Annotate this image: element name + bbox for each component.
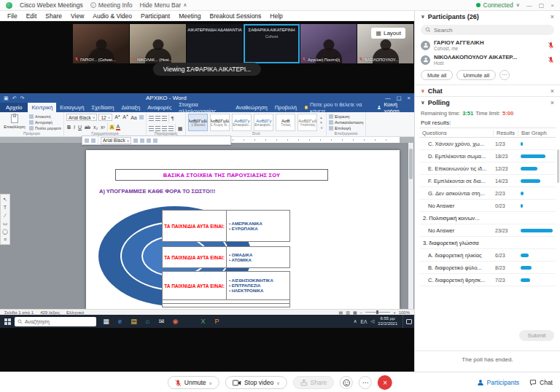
result-bar <box>521 204 523 208</box>
participants-panel-header[interactable]: ∨ Participants (26) × <box>415 11 560 23</box>
menu-participant[interactable]: Participant <box>141 12 170 20</box>
meeting-info-button[interactable]: iMeeting Info <box>90 1 133 9</box>
style-title: ΑαΒΤίτλος <box>276 114 295 131</box>
avatar <box>421 41 430 50</box>
chrome-icon: ◉ <box>168 315 182 328</box>
more-options-button[interactable]: ··· <box>499 70 510 80</box>
subscript-icon: x₂ <box>93 125 98 130</box>
video-tile[interactable]: ΓΑΡΙΟΥ... (Cohost... <box>73 24 129 63</box>
shared-screen-stage[interactable]: ΓΑΡΙΟΥ... (Cohost... ΝΙΚΟΛΑΚ... (Host...… <box>0 21 414 372</box>
participants-panel-title: Participants (26) <box>428 13 479 20</box>
menu-meeting[interactable]: Meeting <box>179 12 201 20</box>
document-area: ΒΑΣΙΚΑ ΣΤΟΙΧΕΙΑ ΤΗΣ ΠΑΡΟΥΣΙΑΣΗΣ ΣΟΥ Α) Υ… <box>0 143 414 309</box>
share-screen-icon <box>300 379 308 386</box>
word-ribbon-tabs: Αρχείο Κεντρική Εισαγωγή Σχεδίαση Διάταξ… <box>0 103 414 112</box>
mic-muted-icon[interactable] <box>548 53 554 66</box>
participant-row[interactable]: ΓΑΡΙΟΥ ΑΓΓΕΛΙΚΗ Cohost, me <box>415 38 560 52</box>
menu-edit[interactable]: Edit <box>26 12 37 20</box>
font-color-icon: A <box>116 124 121 130</box>
bullets-icon <box>149 116 154 121</box>
connection-status[interactable]: Connected∨ <box>476 1 520 9</box>
participants-toggle-button[interactable]: Participants <box>477 379 519 386</box>
video-tile[interactable]: ΝΙΚΟΛΑΚ... (Host... <box>130 24 186 63</box>
chat-panel-header[interactable]: ∨ Chat × <box>415 85 560 96</box>
menu-file[interactable]: File <box>7 12 18 20</box>
leave-meeting-button[interactable]: × <box>378 375 392 390</box>
poll-row: B. διαφορετικό φύλο...8/23 <box>419 262 556 274</box>
tell-me-box: Πείτε μου τι θέλετε να κάνετε... <box>305 103 373 112</box>
mic-muted-icon[interactable] <box>548 39 554 52</box>
justify-icon <box>168 126 174 131</box>
edge-icon: e <box>113 315 127 328</box>
menu-breakout-sessions[interactable]: Breakout Sessions <box>209 12 261 20</box>
tab-references: Αναφορές <box>144 103 175 112</box>
align-right-icon <box>162 126 167 131</box>
result-bar <box>521 229 553 232</box>
font-size-select: 12∨ <box>98 114 112 121</box>
video-tile-active-speaker[interactable]: ΣΑΦΑΡΙΚΑ ΑΙΚΑΤΕΡΙΝΗ Cohost <box>244 24 300 63</box>
word-count: 429 λέξεις <box>40 310 60 315</box>
participant-row[interactable]: ΝΙΚΟΛΑΚΟΠΟΥΛΟΥ ΑΙΚΑΤΕΡ... Host <box>415 52 560 67</box>
mini-tool-icon <box>133 138 138 143</box>
stop-video-button[interactable]: Stop video∨ <box>225 376 287 389</box>
sidebar-panels: ∨ Participants (26) × ΓΑΡΙΟΥ ΑΓΓΕΛΙΚΗ Co… <box>414 11 560 372</box>
underline-icon: U <box>77 125 82 130</box>
close-polling-icon[interactable]: × <box>551 99 554 106</box>
pen-tool-icon: ∕ <box>4 213 5 218</box>
layout-button[interactable]: ▦Layout <box>371 28 405 39</box>
poll-row: C. Χάνουν χρόνο, χω...1/23 <box>419 138 556 150</box>
more-options-button[interactable]: ⋯ <box>359 376 372 389</box>
polling-panel-header[interactable]: ∨ Polling × <box>415 96 560 108</box>
tile-name: Αγγελική Πουπτζή <box>308 58 340 62</box>
maximize-button[interactable]: ▢ <box>539 2 545 9</box>
mini-tool-icon <box>140 138 144 143</box>
tray-chevron-icon: ∧ <box>354 318 357 324</box>
system-tray: ∧ ΕΛ ◁ 6:55 μμ22/2/2021 <box>354 315 414 328</box>
mic-muted-icon <box>131 57 136 62</box>
menu-audio-video[interactable]: Audio & Video <box>93 12 132 20</box>
close-button[interactable]: × <box>551 2 554 9</box>
font-name-select: Arial Black∨ <box>66 114 97 121</box>
camera-icon <box>233 380 241 386</box>
chevron-down-icon: ∨ <box>209 380 212 385</box>
doc-table-box: ΤΑ ΠΑΙΧΝΙΔΙΑ ΑΥΤΑ ΕΙΝΑΙ: ΟΜΑΔΙΚΑ ΑΤΟΜΙΚΑ <box>162 246 290 268</box>
chevron-up-icon: ∧ <box>183 2 187 8</box>
minimize-button[interactable]: — <box>526 2 532 9</box>
close-participants-icon[interactable]: × <box>551 13 554 20</box>
mute-all-button[interactable]: Mute all <box>421 70 453 80</box>
close-chat-icon[interactable]: × <box>551 87 554 95</box>
unmute-button[interactable]: Unmute∨ <box>168 376 219 389</box>
paragraph-group: ¶ ▦ Παράγραφος <box>147 112 187 136</box>
styles-group: ΑαΒβΓγΔδ1 Βασικό ΑαΒβΓγΔδ1 Χωρίς δι... Α… <box>186 112 327 136</box>
result-bar <box>521 278 530 282</box>
menu-share[interactable]: Share <box>45 12 62 20</box>
italic-icon: I <box>73 125 76 130</box>
highlight-icon: A <box>109 125 114 130</box>
store-icon: ⌂ <box>141 315 155 328</box>
hide-menu-bar-button[interactable]: Hide Menu Bar∧ <box>140 1 187 9</box>
unmute-all-button[interactable]: Unmute all <box>456 70 496 80</box>
meeting-controls: Unmute∨ Stop video∨ Share ⋯ × Participan… <box>0 372 560 392</box>
taskbar-clock: 6:55 μμ22/2/2021 <box>378 316 397 326</box>
submit-button[interactable]: Submit <box>519 330 554 341</box>
word-ribbon: Επικόλληση Αποκοπή Αντιγραφή Πινέλο μορφ… <box>0 112 414 137</box>
participants-search-input[interactable] <box>434 27 521 34</box>
tile-role: Cohost <box>244 34 300 39</box>
video-tile[interactable]: Αγγελική Πουπτζή <box>300 24 357 63</box>
superscript-icon: x² <box>100 125 106 130</box>
share-button[interactable]: Share <box>293 376 335 389</box>
polling-scrollbar-thumb[interactable] <box>557 149 559 183</box>
align-left-icon <box>149 126 154 131</box>
reactions-button[interactable] <box>340 376 353 389</box>
video-tile[interactable]: ΑΙΚΑΤΕΡΙΝΙΔΗ ΑΔΑΜΑΝΤΙΑ <box>187 24 243 63</box>
menu-help[interactable]: Help <box>270 12 282 20</box>
word-restore-icon: ▢ <box>397 95 402 101</box>
paste-button: Επικόλληση <box>2 114 27 130</box>
participants-search[interactable] <box>421 25 554 35</box>
result-bar <box>521 167 537 170</box>
numbering-icon <box>155 116 160 121</box>
result-bar <box>521 179 540 183</box>
chat-toggle-button[interactable]: Chat <box>529 379 553 386</box>
poll-question-row: 3. διαφορετική γλώσσα <box>419 237 556 249</box>
menu-view[interactable]: View <box>71 12 84 20</box>
